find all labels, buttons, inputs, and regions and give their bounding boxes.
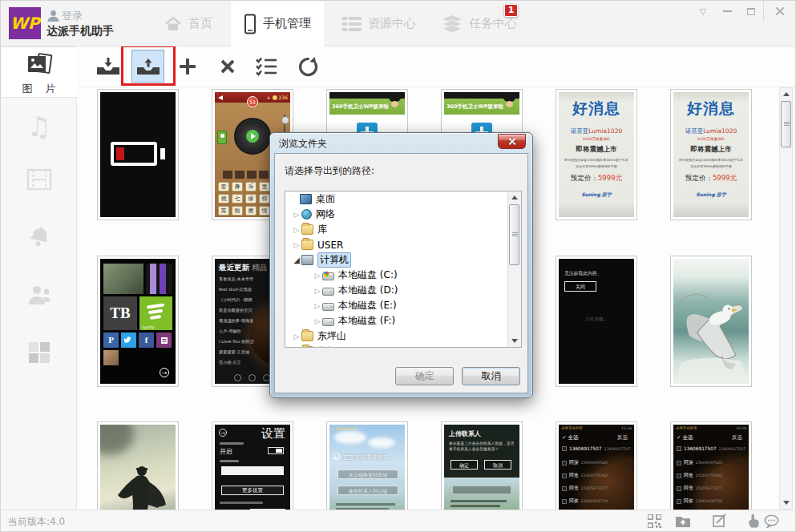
dialog-title: 浏览文件夹 bbox=[279, 137, 327, 151]
qr-code-button[interactable] bbox=[645, 513, 663, 529]
p-tile: P bbox=[103, 332, 119, 348]
clock-text: 10:28 bbox=[736, 426, 746, 430]
expander-expanded-icon[interactable]: ◢ bbox=[292, 256, 301, 264]
photo-thumbnail-lumia-poster[interactable]: 好消息 诺基亚Lumia1020 4100万像素神机 即将震撼上市 即日起预付定… bbox=[670, 89, 752, 220]
settings-title: 设置 bbox=[261, 426, 285, 441]
photo-tile bbox=[146, 264, 172, 294]
expander-collapsed-icon[interactable]: ▷ bbox=[313, 272, 322, 280]
tab-task-center-label: 任务中心 bbox=[469, 16, 517, 31]
close-button[interactable] bbox=[763, 1, 795, 22]
sidebar-item-videos[interactable] bbox=[1, 168, 77, 194]
poster-promo-line: 再送价值499元原装相机手柄 bbox=[559, 164, 634, 168]
dialog-panel: 上传联系人 将会覆盖上次备份的联系人数据，是否将手机联系人备份到服务器？ 确定 … bbox=[444, 425, 519, 478]
expander-collapsed-icon[interactable]: ▷ bbox=[292, 348, 301, 349]
scroll-thumb[interactable] bbox=[781, 101, 791, 147]
tree-item-computer[interactable]: ◢ 计算机 bbox=[285, 252, 521, 268]
expander-collapsed-icon[interactable]: ▷ bbox=[292, 241, 301, 249]
sidebar-item-pictures[interactable]: 图 片 bbox=[1, 46, 77, 98]
dialog-close-button[interactable] bbox=[498, 134, 526, 149]
feedback-button[interactable] bbox=[762, 513, 780, 529]
select-list-button[interactable] bbox=[250, 50, 282, 83]
photo-thumbnail-battery[interactable] bbox=[97, 89, 179, 220]
tree-item-disk-c[interactable]: ▷ 本地磁盘 (C:) bbox=[285, 268, 521, 283]
list-icon bbox=[342, 16, 362, 32]
cancel-button[interactable]: 取消 bbox=[462, 367, 520, 385]
bell-icon bbox=[26, 226, 52, 250]
tab-resource-center[interactable]: 资源中心 bbox=[331, 1, 427, 46]
poster-brand: 诺基亚Lumia1020 bbox=[673, 127, 749, 135]
sidebar-item-apps[interactable] bbox=[1, 341, 77, 367]
tab-home[interactable]: 首页 bbox=[153, 1, 224, 46]
export-folder-button[interactable] bbox=[674, 513, 692, 529]
gesture-button[interactable] bbox=[745, 513, 762, 529]
battery-icon bbox=[111, 142, 157, 166]
photo-tile bbox=[103, 350, 119, 365]
scroll-down-button[interactable] bbox=[780, 497, 792, 509]
sidebar-item-contacts[interactable] bbox=[1, 284, 77, 309]
disk-icon bbox=[322, 318, 334, 326]
hint-lamp-icon bbox=[217, 131, 227, 144]
tree-item-libraries[interactable]: ▷ 库 bbox=[285, 222, 521, 237]
coin-icon bbox=[273, 95, 277, 100]
sidebar-item-notifications[interactable] bbox=[1, 226, 77, 253]
maximize-button[interactable] bbox=[739, 1, 763, 22]
add-button[interactable] bbox=[172, 50, 204, 83]
phone-icon bbox=[244, 14, 257, 34]
delete-button[interactable] bbox=[212, 50, 244, 83]
tree-scroll-up-button[interactable] bbox=[508, 191, 520, 204]
refresh-button[interactable] bbox=[292, 50, 324, 83]
tree-scroll-down-button[interactable] bbox=[508, 335, 520, 347]
expander-collapsed-icon[interactable]: ▷ bbox=[313, 317, 322, 325]
expander-collapsed-icon[interactable]: ▷ bbox=[313, 287, 322, 295]
minimize-button[interactable] bbox=[715, 1, 739, 22]
contact-row: 1360691750713606917507 bbox=[677, 446, 747, 451]
ok-button[interactable]: 确定 bbox=[395, 367, 454, 385]
scroll-up-button[interactable] bbox=[780, 88, 792, 100]
tree-item-disk-e[interactable]: ▷ 本地磁盘 (E:) bbox=[285, 298, 521, 313]
contact-row: 阿俊13860438739 bbox=[562, 498, 632, 505]
expander-collapsed-icon[interactable]: ▷ bbox=[292, 211, 301, 219]
tree-item-disk-f[interactable]: ▷ 本地磁盘 (F:) bbox=[285, 313, 521, 328]
photo-thumbnail-seagull[interactable] bbox=[670, 256, 752, 387]
import-button[interactable] bbox=[92, 50, 124, 83]
window-controls: ▽ bbox=[691, 1, 795, 25]
player-buttons bbox=[234, 374, 270, 381]
main-scrollbar[interactable] bbox=[779, 87, 793, 510]
app-watermark: ▸ 达派手机助手 bbox=[332, 427, 357, 431]
more-settings-button: 更多设置 bbox=[221, 486, 284, 495]
photo-thumbnail-load-error[interactable]: 无法获取此内容。 关闭 正在加载... bbox=[556, 256, 637, 387]
expander-collapsed-icon[interactable]: ▷ bbox=[292, 332, 301, 341]
restore-button-graphic: 从云端恢复到本地 bbox=[337, 470, 398, 479]
pictures-icon bbox=[25, 53, 54, 77]
tree-item-label: 本地磁盘 (D:) bbox=[338, 284, 398, 297]
tree-item-user[interactable]: ▷ USER bbox=[285, 237, 521, 252]
poster-headline: 好消息 bbox=[559, 99, 634, 119]
battery-terminal bbox=[160, 148, 165, 159]
toolbar bbox=[78, 46, 796, 87]
tree-item-clipped[interactable]: ▷ 数据 bbox=[285, 344, 521, 348]
login-link[interactable]: 登录 bbox=[62, 9, 83, 23]
music-icon: ♫ bbox=[26, 111, 51, 143]
compose-button[interactable] bbox=[711, 513, 729, 529]
poster-brand: 诺基亚Lumia1020 bbox=[559, 127, 634, 135]
poster-spec: 4100万像素神机 bbox=[559, 137, 634, 141]
tree-scroll-thumb[interactable] bbox=[509, 204, 519, 265]
tree-item-disk-d[interactable]: ▷ 本地磁盘 (D:) bbox=[285, 283, 521, 298]
sidebar-item-music[interactable]: ♫ bbox=[1, 111, 77, 143]
menu-dropdown-button[interactable]: ▽ bbox=[691, 1, 715, 22]
user-folder-icon bbox=[301, 240, 313, 250]
checklist-icon bbox=[256, 57, 277, 76]
poster-headline: 好消息 bbox=[673, 99, 749, 119]
tree-item-dongpingshan[interactable]: ▷ 东坪山 bbox=[285, 328, 521, 344]
tab-phone-management[interactable]: 手机管理 bbox=[231, 1, 324, 46]
expander-collapsed-icon[interactable]: ▷ bbox=[292, 226, 301, 234]
photo-thumbnail-lumia-poster[interactable]: 好消息 诺基亚Lumia1020 4100万像素神机 即将震撼上市 即日起预付定… bbox=[556, 89, 637, 220]
tree-scrollbar[interactable] bbox=[507, 191, 521, 347]
tree-item-label: 网络 bbox=[316, 208, 335, 221]
tree-item-network[interactable]: ▷ 网络 bbox=[285, 207, 521, 222]
photo-thumbnail-start-screen[interactable]: TB Spotify P f → bbox=[97, 256, 179, 387]
tree-item-desktop[interactable]: 桌面 bbox=[285, 191, 521, 207]
export-highlight-box bbox=[121, 45, 176, 86]
tree-item-label: 库 bbox=[317, 223, 327, 236]
expander-collapsed-icon[interactable]: ▷ bbox=[313, 302, 322, 310]
